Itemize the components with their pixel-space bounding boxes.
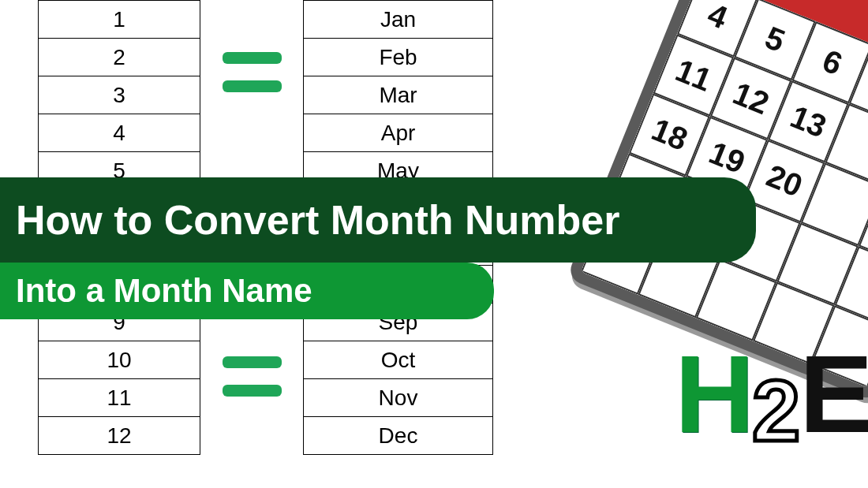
num-cell: 3 [39,76,200,114]
equals-icon [223,80,282,92]
title-text-primary: How to Convert Month Number [16,196,620,244]
name-cell: Nov [304,379,493,417]
h2e-logo: H 2 E [675,349,864,483]
logo-letter-h: H [675,330,754,458]
name-cell: Mar [304,76,493,114]
equals-icon [223,356,282,368]
equals-icon [223,52,282,64]
name-cell: Dec [304,417,493,455]
num-cell: 1 [39,1,200,39]
equals-icon [223,385,282,397]
title-banner-secondary: Into a Month Name [0,263,494,319]
name-cell: Jan [304,1,493,39]
title-banner-primary: How to Convert Month Number [0,177,756,263]
num-cell: 4 [39,114,200,152]
num-cell: 11 [39,379,200,417]
logo-number-2: 2 [752,360,800,460]
title-text-secondary: Into a Month Name [16,272,312,310]
name-cell: Feb [304,39,493,76]
num-cell: 12 [39,417,200,455]
name-cell: Apr [304,114,493,152]
logo-letter-e: E [799,330,868,458]
num-cell: 2 [39,39,200,76]
num-cell: 10 [39,341,200,379]
name-cell: Oct [304,341,493,379]
